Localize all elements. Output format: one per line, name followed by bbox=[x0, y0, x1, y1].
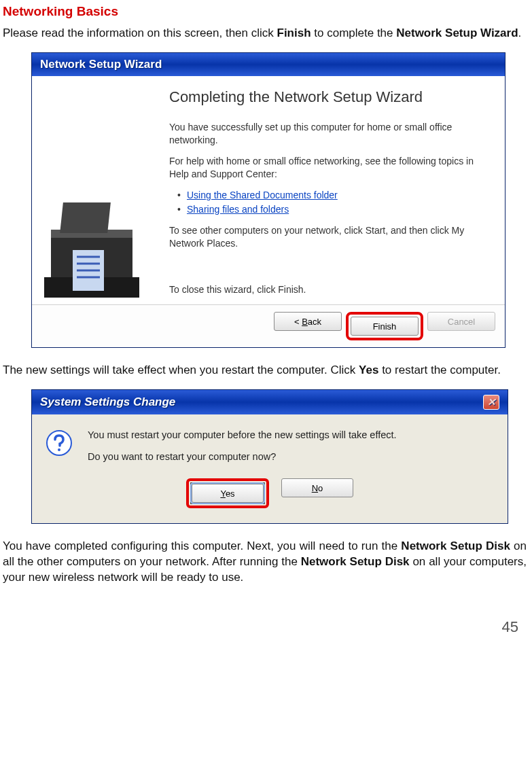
wizard-help-list: Using the Shared Documents folder Sharin… bbox=[169, 189, 493, 216]
finish-button[interactable]: Finish bbox=[351, 317, 419, 336]
highlight-yes: Yes bbox=[186, 478, 269, 508]
close-icon[interactable]: ✕ bbox=[483, 395, 499, 410]
yes-post: es bbox=[226, 489, 235, 499]
intro-text-post: . bbox=[518, 26, 522, 39]
cancel-button: Cancel bbox=[427, 312, 495, 331]
yes-button[interactable]: Yes bbox=[192, 484, 264, 503]
link-sharing-files[interactable]: Sharing files and folders bbox=[187, 204, 289, 215]
msgbox-text: You must restart your computer before th… bbox=[88, 429, 397, 473]
wizard-p1: You have successfully set up this comput… bbox=[169, 121, 493, 147]
wizard-dialog-wrapper: Network Setup Wizard Completing the Netw… bbox=[31, 52, 527, 348]
msgbox-wrapper: System Settings Change ✕ You must restar… bbox=[31, 389, 527, 524]
msgbox-titlebar: System Settings Change ✕ bbox=[32, 390, 508, 414]
msgbox-body: You must restart your computer before th… bbox=[32, 414, 508, 478]
no-button[interactable]: No bbox=[281, 478, 353, 497]
intro-text-mid: to complete the bbox=[311, 26, 397, 39]
network-setup-wizard-dialog: Network Setup Wizard Completing the Netw… bbox=[31, 52, 506, 348]
list-item: Using the Shared Documents folder bbox=[177, 189, 493, 202]
wizard-body: Completing the Network Setup Wizard You … bbox=[32, 76, 505, 304]
intro-paragraph: Please read the information on this scre… bbox=[3, 26, 527, 41]
outro-pre: You have completed configuring this comp… bbox=[3, 539, 401, 552]
outro-b1: Network Setup Disk bbox=[401, 539, 510, 552]
mid-bold: Yes bbox=[359, 364, 378, 376]
printer-network-icon bbox=[44, 189, 149, 304]
back-post: ack bbox=[308, 317, 321, 327]
back-button[interactable]: < Back bbox=[274, 312, 342, 331]
outro-paragraph: You have completed configuring this comp… bbox=[3, 539, 527, 586]
msgbox-line1: You must restart your computer before th… bbox=[88, 429, 397, 440]
wizard-p2: For help with home or small office netwo… bbox=[169, 155, 493, 181]
mid-pre: The new settings will take effect when y… bbox=[3, 364, 359, 376]
wizard-heading: Completing the Network Setup Wizard bbox=[169, 88, 493, 106]
wizard-button-row: < Back Finish Cancel bbox=[32, 304, 505, 347]
outro-b2: Network Setup Disk bbox=[301, 555, 410, 568]
wizard-side-graphic bbox=[44, 88, 166, 304]
intro-bold-finish: Finish bbox=[277, 26, 311, 39]
mid-post: to restart the computer. bbox=[378, 364, 501, 376]
no-post: o bbox=[318, 483, 323, 493]
highlight-finish: Finish bbox=[346, 312, 423, 340]
no-u: N bbox=[312, 483, 318, 493]
wizard-p3: To see other computers on your network, … bbox=[169, 224, 493, 250]
msgbox-line2: Do you want to restart your computer now… bbox=[88, 451, 397, 462]
list-item: Sharing files and folders bbox=[177, 203, 493, 216]
section-heading: Networking Basics bbox=[3, 4, 527, 19]
default-focus-ring: Yes bbox=[190, 482, 265, 504]
wizard-titlebar: Network Setup Wizard bbox=[32, 53, 505, 76]
system-settings-change-dialog: System Settings Change ✕ You must restar… bbox=[31, 389, 508, 524]
link-shared-documents[interactable]: Using the Shared Documents folder bbox=[187, 190, 338, 200]
yes-u: Y bbox=[220, 489, 225, 499]
question-icon bbox=[46, 429, 73, 457]
wizard-close-line: To close this wizard, click Finish. bbox=[169, 283, 493, 296]
msgbox-button-row: Yes No bbox=[32, 478, 508, 523]
mid-paragraph: The new settings will take effect when y… bbox=[3, 363, 527, 378]
svg-point-10 bbox=[58, 448, 60, 451]
svg-rect-2 bbox=[60, 202, 111, 233]
page-number: 45 bbox=[3, 618, 527, 636]
wizard-content: Completing the Network Setup Wizard You … bbox=[166, 88, 493, 304]
intro-bold-wizard: Network Setup Wizard bbox=[396, 26, 518, 39]
intro-text: Please read the information on this scre… bbox=[3, 26, 277, 39]
back-pre: < bbox=[294, 317, 302, 327]
back-u: B bbox=[302, 317, 308, 327]
msgbox-title: System Settings Change bbox=[40, 395, 175, 409]
